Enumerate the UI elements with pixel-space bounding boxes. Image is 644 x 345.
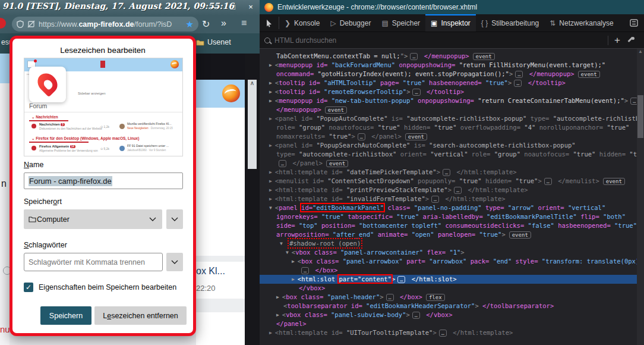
expand-arrow-icon[interactable]: ▶ [269,98,272,104]
markup-line[interactable]: ▶<html:template id= "UITourTooltipTempla… [260,328,637,337]
url-text[interactable]: https://www.camp-firefox.de/forum/?isD [39,20,184,29]
markup-line[interactable]: </vbox> [260,284,637,293]
reload-icon[interactable]: ↻ [202,18,210,30]
devtools-scrollbar[interactable]: ▲ [637,49,644,345]
checkbox-checked[interactable]: ✓ [24,283,33,292]
markup-line[interactable]: side= "top" position= "bottomcenter topl… [260,221,637,230]
folder-expand-button[interactable] [166,209,183,229]
markup-line[interactable]: ▶<html:template id= "printPreviewStackTe… [260,186,637,195]
edit-on-save-row[interactable]: ✓ Eigenschaften beim Speichern bearbeite… [24,283,176,292]
page-topic-fragment[interactable]: ox Kl... [196,266,225,277]
ellipsis-badge[interactable]: … [301,267,309,274]
badge[interactable]: event [603,178,625,185]
expand-arrow-icon[interactable]: ▶ [269,116,272,121]
markup-line[interactable]: oncommand= "gotoHistoryIndex(event); eve… [260,70,637,79]
drawer-icon[interactable] [624,14,644,32]
expand-arrow-icon[interactable]: ▼ [286,250,289,255]
markup-line[interactable]: ▼<vbox class= "panel-arrowcontainer" fle… [260,248,637,257]
ellipsis-badge[interactable]: … [544,178,552,185]
ellipsis-badge[interactable]: … [431,196,439,203]
name-input[interactable]: Forum - camp-firefox.de [24,172,183,189]
bookmark-star-icon[interactable]: ★ [186,19,194,30]
markup-line[interactable]: ▶<vbox class= "panel-subview-body">… </v… [260,310,637,319]
markup-line-selected[interactable]: ▶<html:slot part="content">… </html:slot… [260,275,637,284]
markup-line[interactable]: ▶<box class= "panel-header">… </box>flex [260,293,637,302]
markup-line[interactable]: TabContextMenu.contextTab = null;">… </m… [260,52,637,61]
tab-netzwerkanalyse[interactable]: ⇅Netzwerkanalyse [544,14,618,32]
ellipsis-badge[interactable]: … [279,160,286,167]
ellipsis-badge[interactable]: … [410,53,418,60]
expand-arrow-icon[interactable]: ▶ [269,80,272,86]
markup-line[interactable]: </menupopup>event [260,105,637,114]
expand-arrow-icon[interactable]: ▶ [269,89,272,95]
expand-arrow-icon[interactable]: ▼ [280,241,283,246]
markup-line[interactable]: <toolbarseparator id= "editBookmarkHeade… [260,302,637,310]
markup-line[interactable]: … </panel>event [260,159,637,168]
badge[interactable]: event [326,160,348,167]
bookmark-folder-usenet[interactable]: Usenet [196,38,231,46]
page-scrollbar[interactable]: ∧ [248,80,257,169]
html-search-bar[interactable]: HTML durchsuchen + [260,32,644,49]
ellipsis-badge[interactable]: … [515,71,523,78]
pick-element-button[interactable] [260,14,279,32]
minimize-button[interactable]: — [206,2,222,12]
ellipsis-badge[interactable]: … [443,169,450,176]
tab-stilbearbeitung[interactable]: { }Stilbearbeitung [476,14,544,32]
markup-line[interactable]: type= "autocomplete-richlistbox" orient=… [260,150,637,159]
overflow-chevrons-icon[interactable]: » [221,18,226,29]
folder-select[interactable]: Computer [24,209,162,229]
scroll-up-arrow-icon[interactable]: ∧ [250,80,254,86]
markup-line[interactable]: ▶<html:template id= "invalidFormTemplate… [260,195,637,203]
expand-arrow-icon[interactable]: ▶ [276,312,279,318]
markup-line[interactable]: ▶<menupopup id= "backForwardMenu" onpopu… [260,61,637,70]
tracking-protection-shield-icon[interactable] [17,20,24,28]
markup-line[interactable]: ▶<menupopup id= "new-tab-button-popup" o… [260,96,637,105]
ellipsis-badge[interactable]: … [412,89,420,96]
markup-line[interactable]: </panel> [260,319,637,328]
badge[interactable]: event [578,71,600,78]
expand-arrow-icon[interactable]: ▶ [292,259,295,264]
close-button[interactable]: × [243,2,258,12]
save-button[interactable]: Speichern [40,306,91,325]
markup-line[interactable]: ▶<tooltip id= "aHTMLTooltip" page= "true… [260,79,637,87]
url-bar[interactable]: https://www.camp-firefox.de/forum/?isD ★ [12,17,198,32]
search-placeholder[interactable]: HTML durchsuchen [274,36,608,45]
ellipsis-badge[interactable]: … [386,294,394,301]
expand-arrow-icon[interactable]: ▶ [269,62,272,68]
expand-arrow-icon[interactable]: ▶ [269,187,272,193]
eyedropper-icon[interactable] [626,36,634,45]
markup-line[interactable]: ▶<box class= "panel-arrowbox" part= "arr… [260,257,637,266]
markup-line[interactable]: ▼ #shadow-root (open) [260,239,637,248]
expand-arrow-icon[interactable]: ▶ [292,277,295,282]
expand-arrow-icon[interactable]: ▼ [269,205,272,211]
ellipsis-badge[interactable]: … [358,133,365,140]
ellipsis-badge[interactable]: … [454,187,462,194]
badge[interactable]: event [473,53,495,60]
badge[interactable]: event [325,106,347,114]
badge[interactable]: flex [426,294,445,301]
menu-hamburger-icon[interactable]: ≡ [241,18,247,29]
markup-line[interactable]: ▶<panel id= "PopupSearchAutoComplete" is… [260,141,637,150]
badge[interactable]: event [405,133,427,140]
markup-line[interactable]: arrowposition= "after_end" animate= "ope… [260,230,637,239]
ellipsis-badge[interactable]: … [412,312,420,319]
markup-line[interactable]: ▶<menulist id= "ContentSelectDropdown" p… [260,177,637,186]
remove-bookmark-button[interactable]: Lesezeichen entfernen [94,306,187,325]
tab-konsole[interactable]: ❯Konsole [279,14,325,32]
add-node-button[interactable]: + [608,34,626,46]
expand-arrow-icon[interactable]: ▶ [269,196,272,202]
tags-expand-button[interactable] [166,253,183,271]
expand-arrow-icon[interactable]: ▶ [269,330,272,335]
expand-arrow-icon[interactable]: ▶ [269,143,272,148]
markup-line[interactable]: ▶<html:template id= "dateTimePickerTempl… [260,168,637,177]
expand-arrow-icon[interactable]: ▶ [269,178,272,184]
markup-line[interactable]: nomaxresults= "true">… </panel>event [260,132,637,141]
badge[interactable]: event [509,231,531,239]
tab-debugger[interactable]: ▷Debugger [325,14,376,32]
ellipsis-badge[interactable]: … [514,80,522,87]
markup-line[interactable]: … </box> [260,266,637,275]
scrollbar-up-arrow[interactable]: ▲ [637,49,644,54]
expand-arrow-icon[interactable]: ▶ [276,294,279,300]
maximize-button[interactable]: □ [225,2,241,12]
markup-line[interactable]: role= "group" noautofocus= "true" hidden… [260,123,637,132]
